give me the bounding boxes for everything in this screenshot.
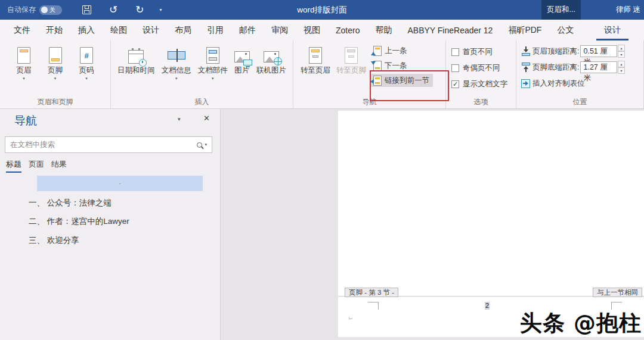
checkbox-checked-icon: ✓ xyxy=(451,80,459,88)
spin-down-icon[interactable]: ▾ xyxy=(618,51,624,58)
margin-corner-mark xyxy=(368,302,379,310)
footer-distance-icon xyxy=(521,63,531,72)
checkbox-unchecked-icon xyxy=(451,64,459,72)
navpane-tab-results[interactable]: 结果 xyxy=(51,159,67,173)
tab-header-footer-design[interactable]: 设计 xyxy=(596,20,628,40)
online-pictures-icon xyxy=(264,51,279,63)
alignment-tab-icon xyxy=(521,79,530,88)
insert-alignment-tab-button[interactable]: 插入对齐制表位 xyxy=(521,77,585,89)
autosave-toggle[interactable]: 自动保存 关 xyxy=(7,5,62,15)
undo-icon[interactable]: ↺ xyxy=(109,5,117,15)
search-input[interactable] xyxy=(5,141,197,149)
word-window: 自动保存 关 ↺ ↻ ▾ word排版封面 页眉和... 律师 迷 文件 开始 … xyxy=(0,0,644,340)
pictures-button[interactable]: 图片 xyxy=(234,40,250,75)
tab-view[interactable]: 视图 xyxy=(296,20,328,40)
tab-zotero[interactable]: Zotero xyxy=(328,20,367,40)
tab-gongwen[interactable]: 公文 xyxy=(549,20,581,40)
quick-parts-button[interactable]: 文档部件 ▾ xyxy=(198,40,228,80)
group-label-position: 位置 xyxy=(516,97,643,108)
tab-abbyy-finereader[interactable]: ABBYY FineReader 12 xyxy=(400,20,500,40)
group-position: 页眉顶端距离: 0.51 厘米 ▴▾ 页脚底端距离: 1.27 厘米 ▴▾ 插入… xyxy=(516,40,644,108)
user-account[interactable]: 律师 迷 xyxy=(616,0,640,20)
tab-file[interactable]: 文件 xyxy=(6,20,38,40)
search-options-caret-icon[interactable]: ▾ xyxy=(205,142,207,147)
tab-home[interactable]: 开始 xyxy=(38,20,70,40)
quick-parts-icon xyxy=(206,47,219,64)
tab-design[interactable]: 设计 xyxy=(135,20,167,40)
date-time-icon xyxy=(128,50,144,64)
save-icon[interactable] xyxy=(82,5,91,14)
contextual-tab-group-hint[interactable]: 页眉和... xyxy=(541,0,581,20)
autosave-switch[interactable]: 关 xyxy=(39,5,62,15)
goto-footer-button: 转至页脚 xyxy=(334,40,369,75)
goto-header-button[interactable]: 转至页眉 xyxy=(297,40,334,75)
different-odd-even-checkbox[interactable]: 奇偶页不同 xyxy=(451,63,500,73)
date-time-button[interactable]: 日期和时间 xyxy=(117,40,155,75)
navpane-tab-headings[interactable]: 标题 xyxy=(6,159,21,173)
tab-draw[interactable]: 绘图 xyxy=(103,20,135,40)
footer-from-bottom-row: 页脚底端距离: 1.27 厘米 ▴▾ xyxy=(521,61,625,73)
checkbox-unchecked-icon xyxy=(451,48,459,56)
selected-heading-item[interactable]: · xyxy=(37,176,203,191)
navpane-tab-pages[interactable]: 页面 xyxy=(29,159,44,173)
document-title: word排版封面 xyxy=(297,0,346,20)
link-to-previous-icon xyxy=(373,76,382,86)
spin-down-icon[interactable]: ▾ xyxy=(618,67,624,74)
header-icon xyxy=(17,47,30,64)
main-area: 导航 ▾ ✕ ▾ 标题 页面 结果 · 一、 公众号：法律之端 二、 作者：迷宫… xyxy=(0,109,644,340)
header-from-top-row: 页眉顶端距离: 0.51 厘米 ▴▾ xyxy=(521,45,625,57)
pane-close-icon[interactable]: ✕ xyxy=(203,114,210,123)
search-icon[interactable] xyxy=(197,142,202,148)
navigation-pane: 导航 ▾ ✕ ▾ 标题 页面 结果 · 一、 公众号：法律之端 二、 作者：迷宫… xyxy=(0,109,221,340)
tab-references[interactable]: 引用 xyxy=(199,20,231,40)
group-label-insert: 插入 xyxy=(111,97,293,108)
document-info-button[interactable]: 文档信息 ▾ xyxy=(162,40,191,80)
footer-section-tag: 页脚 - 第 3 节 - xyxy=(345,288,398,297)
group-header-footer: 页眉 ▾ 页脚 ▾ # 页码 ▾ 页眉和页脚 xyxy=(0,40,111,108)
navigation-pane-title: 导航 xyxy=(14,113,37,129)
redo-icon[interactable]: ↻ xyxy=(135,5,144,15)
footer-distance-spinner[interactable]: ▴▾ xyxy=(618,61,624,74)
previous-icon xyxy=(373,46,382,56)
heading-item[interactable]: 三、 欢迎分享 xyxy=(29,235,79,246)
link-to-previous-button[interactable]: 链接到前一节 xyxy=(370,74,433,87)
previous-button[interactable]: 上一条 xyxy=(370,44,433,57)
navigation-pane-tabs: 标题 页面 结果 xyxy=(6,159,67,173)
tab-layout[interactable]: 布局 xyxy=(167,20,199,40)
footer-icon xyxy=(49,47,62,64)
tab-insert[interactable]: 插入 xyxy=(70,20,103,40)
page-number-icon: # xyxy=(80,47,93,64)
header-distance-spinner[interactable]: ▴▾ xyxy=(618,45,624,58)
ribbon: 页眉 ▾ 页脚 ▾ # 页码 ▾ 页眉和页脚 xyxy=(0,40,644,109)
different-first-page-checkbox[interactable]: 首页不同 xyxy=(451,46,493,57)
tab-review[interactable]: 审阅 xyxy=(264,20,296,40)
header-distance-input[interactable]: 0.51 厘米 xyxy=(580,45,617,57)
quick-access-caret-icon[interactable]: ▾ xyxy=(160,7,162,13)
header-distance-icon xyxy=(521,46,531,56)
spin-up-icon[interactable]: ▴ xyxy=(618,45,624,51)
page-number-button[interactable]: # 页码 ▾ xyxy=(79,40,94,80)
autosave-label: 自动保存 xyxy=(7,5,36,15)
document-page[interactable] xyxy=(338,111,644,337)
footer-distance-input[interactable]: 1.27 厘米 xyxy=(580,61,617,73)
group-label-options: 选项 xyxy=(446,97,516,108)
ribbon-tab-row: 文件 开始 插入 绘图 设计 布局 引用 邮件 审阅 视图 Zotero 帮助 … xyxy=(0,20,644,40)
show-document-text-checkbox[interactable]: ✓ 显示文档文字 xyxy=(451,79,507,89)
document-search-box[interactable]: ▾ xyxy=(5,136,212,153)
footer-page-number[interactable]: 2 xyxy=(485,302,490,310)
next-button[interactable]: 下一条 xyxy=(370,59,433,72)
pane-options-caret-icon[interactable]: ▾ xyxy=(178,116,181,122)
header-button[interactable]: 页眉 ▾ xyxy=(17,40,32,80)
heading-item[interactable]: 一、 公众号：法律之端 xyxy=(29,198,112,208)
heading-item[interactable]: 二、 作者：迷宫中的Lawyer xyxy=(29,216,129,227)
group-label-header-footer: 页眉和页脚 xyxy=(0,97,110,108)
group-navigation: 转至页眉 转至页脚 上一条 下一条 xyxy=(293,40,446,108)
tab-foxit-pdf[interactable]: 福昕PDF xyxy=(500,20,549,40)
spin-up-icon[interactable]: ▴ xyxy=(618,61,624,67)
tab-mailings[interactable]: 邮件 xyxy=(231,20,264,40)
footer-button[interactable]: 页脚 ▾ xyxy=(48,40,63,80)
pictures-icon xyxy=(234,51,250,63)
group-options: 首页不同 奇偶页不同 ✓ 显示文档文字 选项 xyxy=(446,40,516,108)
tab-help[interactable]: 帮助 xyxy=(367,20,400,40)
online-pictures-button[interactable]: 联机图片 xyxy=(256,40,286,75)
